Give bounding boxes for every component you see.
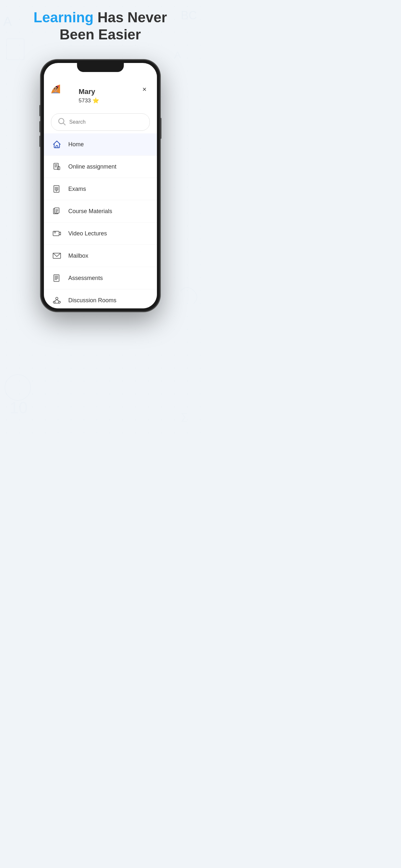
menu-label-assessments: Assessments <box>68 275 103 282</box>
svg-line-23 <box>63 123 65 125</box>
profile-name: Mary <box>79 88 99 96</box>
mailbox-icon <box>51 250 63 261</box>
menu-item-online-assignment[interactable]: Online assignment <box>44 156 157 178</box>
profile-info: Mary 5733 ⭐ <box>79 88 99 104</box>
app-header: Learning Has Never Been Easier <box>0 9 201 43</box>
course-materials-icon <box>51 206 63 217</box>
svg-point-8 <box>52 86 54 88</box>
svg-point-18 <box>54 89 55 89</box>
search-input[interactable] <box>69 119 144 125</box>
svg-text:10: 10 <box>10 399 28 417</box>
menu-item-exams[interactable]: Exams <box>44 178 157 200</box>
svg-point-40 <box>54 231 56 233</box>
assessments-icon <box>51 272 63 284</box>
svg-line-50 <box>54 300 57 302</box>
svg-point-11 <box>54 85 56 86</box>
svg-point-4 <box>5 375 31 400</box>
video-lectures-icon <box>51 228 63 239</box>
menu-label-discussion-rooms: Discussion Rooms <box>68 297 117 304</box>
header-rest: Has Never <box>94 9 167 25</box>
svg-point-19 <box>56 89 57 89</box>
menu-item-assessments[interactable]: Assessments <box>44 267 157 289</box>
svg-text:A: A <box>174 50 181 60</box>
menu-label-mailbox: Mailbox <box>68 252 89 259</box>
svg-point-17 <box>53 87 58 91</box>
phone-frame: × <box>41 60 160 312</box>
search-bar[interactable] <box>51 113 150 131</box>
menu-item-course-materials[interactable]: Course Materials <box>44 200 157 222</box>
header-highlight: Learning <box>34 9 94 25</box>
screen-content: × <box>44 72 157 308</box>
avatar <box>51 84 73 107</box>
svg-point-10 <box>53 85 55 87</box>
profile-stars: 5733 ⭐ <box>79 97 99 104</box>
menu-label-course-materials: Course Materials <box>68 208 112 215</box>
discussion-rooms-icon <box>51 294 63 306</box>
svg-rect-42 <box>54 275 59 282</box>
svg-text:∑: ∑ <box>181 411 188 422</box>
menu-label-exams: Exams <box>68 186 86 192</box>
phone-screen: × <box>44 63 157 308</box>
search-icon <box>57 117 66 127</box>
home-icon <box>51 138 63 150</box>
menu-label-online-assignment: Online assignment <box>68 163 117 170</box>
svg-rect-39 <box>53 231 59 236</box>
svg-point-47 <box>56 298 58 300</box>
menu-item-home[interactable]: Home <box>44 133 157 156</box>
svg-point-9 <box>52 85 53 87</box>
menu-list: Home Online assignment <box>44 133 157 308</box>
svg-point-22 <box>58 119 64 124</box>
menu-item-video-lectures[interactable]: Video Lectures <box>44 222 157 245</box>
close-button[interactable]: × <box>140 84 150 95</box>
menu-item-discussion-rooms[interactable]: Discussion Rooms <box>44 289 157 308</box>
svg-rect-21 <box>52 93 59 93</box>
svg-point-15 <box>57 85 58 86</box>
menu-label-video-lectures: Video Lectures <box>68 230 107 237</box>
exams-icon <box>51 183 63 195</box>
menu-label-home: Home <box>68 141 84 148</box>
header-line2: Been Easier <box>60 27 141 42</box>
online-assignment-icon <box>51 161 63 173</box>
svg-line-51 <box>57 300 59 302</box>
svg-rect-35 <box>55 208 59 213</box>
menu-item-mailbox[interactable]: Mailbox <box>44 245 157 267</box>
phone-notch <box>77 63 124 72</box>
